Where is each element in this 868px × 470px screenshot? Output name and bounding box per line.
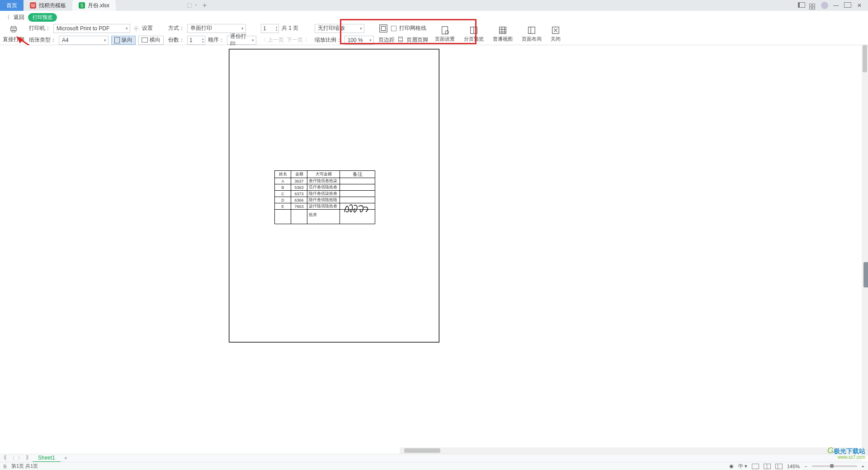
settings-label[interactable]: 设置 <box>142 24 153 32</box>
orientation-portrait[interactable]: 纵向 <box>111 36 136 45</box>
svg-rect-2 <box>12 30 15 32</box>
svg-rect-4 <box>379 24 387 32</box>
mode-select[interactable]: 单面打印 <box>187 24 246 33</box>
tab-extra: • <box>116 0 197 11</box>
close-window-button[interactable]: ✕ <box>855 2 863 9</box>
close-icon <box>551 26 561 34</box>
gridlines-label: 打印网格线 <box>399 24 426 32</box>
margins-icon <box>378 24 388 33</box>
back-label[interactable]: 返回 <box>14 14 24 21</box>
svg-rect-0 <box>11 26 16 28</box>
scale-mode-select[interactable]: 无打印缩放 <box>315 24 364 33</box>
tab-templates[interactable]: W 找稻壳模板 <box>24 0 72 11</box>
page-layout-icon <box>527 26 537 34</box>
svg-rect-1 <box>10 28 17 31</box>
mode-badge: 打印预览 <box>28 13 57 22</box>
svg-rect-9 <box>442 26 448 34</box>
gridlines-checkbox[interactable] <box>391 26 396 31</box>
hf-group: 打印网格线 页边距 页眉页脚 <box>378 24 428 45</box>
app-grid-icon[interactable] <box>809 1 817 9</box>
copies-label: 份数： <box>168 36 184 44</box>
tab-templates-label: 找稻壳模板 <box>39 2 66 9</box>
svg-rect-18 <box>528 27 535 33</box>
maximize-button[interactable] <box>844 2 852 9</box>
printer-icon <box>9 25 19 35</box>
portrait-icon <box>114 37 120 43</box>
scale-label: 缩放比例： <box>315 36 342 44</box>
page-layout-button[interactable]: 页面布局 <box>519 26 544 42</box>
direct-print-label: 直接打印 <box>3 36 24 43</box>
minimize-button[interactable]: — <box>832 2 840 9</box>
svg-rect-6 <box>398 37 402 42</box>
window-controls: — ✕ <box>797 1 868 9</box>
normal-view-icon <box>498 26 508 34</box>
next-page-button[interactable]: 下一页 〉 <box>287 36 310 44</box>
svg-point-10 <box>445 30 448 33</box>
tab-file[interactable]: S 月份.xlsx <box>72 0 116 11</box>
svg-point-3 <box>135 28 137 29</box>
scale-value-select[interactable]: 100 % <box>344 36 374 45</box>
margins-label[interactable]: 页边距 <box>378 36 395 44</box>
svg-rect-13 <box>499 27 506 33</box>
paper-select[interactable]: A4 <box>59 36 108 45</box>
template-icon: W <box>30 2 36 9</box>
tab-indicator-icon <box>187 3 192 8</box>
page-setup-icon <box>440 26 450 34</box>
page-break-preview-button[interactable]: 分页预览 <box>462 26 486 42</box>
page-input[interactable]: 1 <box>261 24 279 33</box>
direct-print-button[interactable]: 直接打印 <box>3 25 24 43</box>
scale-group: 无打印缩放 缩放比例： 100 % <box>315 24 374 45</box>
user-avatar-icon[interactable] <box>821 2 828 9</box>
margins-button[interactable] <box>378 24 388 33</box>
back-chevron-icon[interactable]: 〈 <box>5 14 10 21</box>
header-footer-icon <box>397 36 404 44</box>
settings-icon[interactable] <box>133 25 139 32</box>
copies-input[interactable]: 1 <box>187 36 205 45</box>
landscape-icon <box>142 38 148 42</box>
orientation-landscape[interactable]: 横向 <box>138 36 164 45</box>
printer-select[interactable]: Microsoft Print to PDF <box>53 24 130 33</box>
close-preview-button[interactable]: 关闭 <box>548 26 563 42</box>
paper-label: 纸张类型： <box>29 36 56 44</box>
page-setup-button[interactable]: 页面设置 <box>433 26 457 42</box>
mode-group: 方式： 单面打印 份数： 1 顺序： 逐份打印 <box>168 24 256 45</box>
layout-switch-icon[interactable] <box>797 2 806 9</box>
normal-view-button[interactable]: 普通视图 <box>491 26 515 42</box>
prev-page-button[interactable]: 〈 上一页 <box>261 36 284 44</box>
page-total: 共 1 页 <box>282 24 298 32</box>
printer-group: 打印机： Microsoft Print to PDF 设置 纸张类型： A4 … <box>29 24 164 45</box>
svg-rect-5 <box>381 26 385 30</box>
mode-label: 方式： <box>168 24 184 32</box>
page-break-icon <box>469 26 479 34</box>
tab-file-label: 月份.xlsx <box>88 2 109 9</box>
print-toolbar: 直接打印 打印机： Microsoft Print to PDF 设置 纸张类型… <box>0 24 868 45</box>
printer-label: 打印机： <box>29 24 51 32</box>
order-label: 顺序： <box>208 36 224 44</box>
breadcrumb-bar: 〈 返回 打印预览 <box>0 11 868 24</box>
tab-home[interactable]: 首页 <box>0 0 24 11</box>
order-select[interactable]: 逐份打印 <box>227 36 256 45</box>
page-nav-group: 1 共 1 页 〈 上一页 下一页 〉 <box>261 24 310 45</box>
spreadsheet-icon: S <box>79 2 85 9</box>
new-tab-button[interactable]: + <box>197 1 212 9</box>
header-footer-button[interactable]: 页眉页脚 <box>406 36 428 44</box>
title-bar: 首页 W 找稻壳模板 S 月份.xlsx • + — ✕ <box>0 0 868 11</box>
